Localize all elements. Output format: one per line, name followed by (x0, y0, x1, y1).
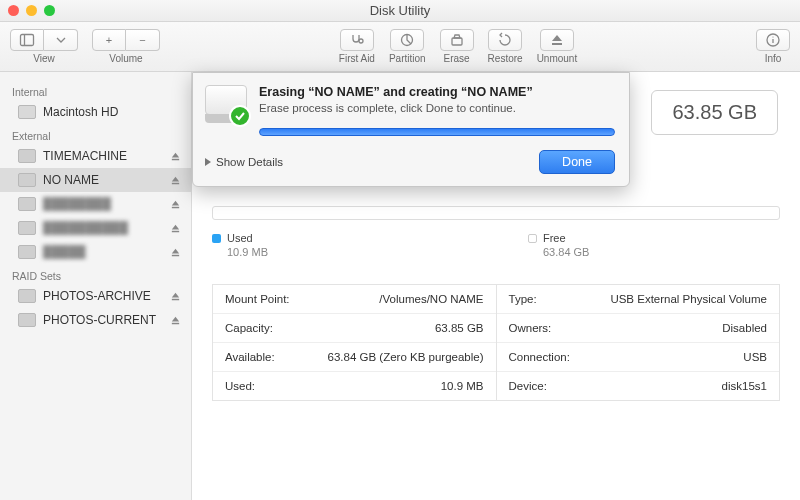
svg-rect-13 (172, 182, 179, 183)
remove-volume-button[interactable]: − (126, 29, 160, 51)
svg-marker-18 (172, 248, 179, 253)
toolbar-label-info: Info (765, 53, 782, 64)
capacity-readout: 63.85 GB (651, 90, 778, 135)
eject-icon (549, 32, 565, 48)
info-row: Used:10.9 MB (213, 372, 496, 400)
free-value: 63.84 GB (528, 246, 589, 258)
used-swatch-icon (212, 234, 221, 243)
external-disk-icon (18, 197, 36, 211)
view-sidebar-button[interactable] (10, 29, 44, 51)
sidebar-item-label: TIMEMACHINE (43, 149, 127, 163)
chevron-down-icon (53, 32, 69, 48)
info-row: Capacity:63.85 GB (213, 314, 496, 343)
svg-marker-10 (172, 152, 179, 157)
svg-rect-11 (172, 158, 179, 159)
eject-button[interactable] (170, 175, 181, 186)
info-row: Device:disk15s1 (497, 372, 780, 400)
sidebar-item-label: ████████ (43, 197, 111, 211)
view-menu-button[interactable] (44, 29, 78, 51)
sidebar-item-redacted[interactable]: ████████ (0, 192, 191, 216)
sidebar-icon (19, 32, 35, 48)
partition-button[interactable] (390, 29, 424, 51)
external-disk-icon (18, 221, 36, 235)
show-details-toggle[interactable]: Show Details (205, 156, 283, 168)
external-disk-icon (18, 245, 36, 259)
close-window-button[interactable] (8, 5, 19, 16)
used-label: Used (227, 232, 253, 244)
sheet-title: Erasing “NO NAME” and creating “NO NAME” (259, 85, 615, 99)
sidebar-item-redacted[interactable]: █████ (0, 240, 191, 264)
sidebar-item-photos-current[interactable]: PHOTOS-CURRENT (0, 308, 191, 332)
info-row: Type:USB External Physical Volume (497, 285, 780, 314)
window-title: Disk Utility (0, 3, 800, 18)
stethoscope-icon (349, 32, 365, 48)
info-row: Connection:USB (497, 343, 780, 372)
svg-rect-6 (552, 43, 562, 45)
sheet-subtitle: Erase process is complete, click Done to… (259, 102, 615, 114)
disclosure-triangle-icon (205, 158, 211, 166)
add-volume-button[interactable]: + (92, 29, 126, 51)
info-button[interactable] (756, 29, 790, 51)
eject-button[interactable] (170, 315, 181, 326)
sidebar-item-no-name[interactable]: NO NAME (0, 168, 191, 192)
sidebar-item-label: PHOTOS-CURRENT (43, 313, 156, 327)
restore-button[interactable] (488, 29, 522, 51)
sidebar-header-raid: RAID Sets (0, 264, 191, 284)
svg-marker-16 (172, 224, 179, 229)
sidebar-item-photos-archive[interactable]: PHOTOS-ARCHIVE (0, 284, 191, 308)
sidebar-item-macintosh-hd[interactable]: Macintosh HD (0, 100, 191, 124)
first-aid-button[interactable] (340, 29, 374, 51)
toolbar-label-restore: Restore (488, 53, 523, 64)
info-row: Available:63.84 GB (Zero KB purgeable) (213, 343, 496, 372)
sidebar: Internal Macintosh HD External TIMEMACHI… (0, 72, 192, 500)
info-row: Mount Point:/Volumes/NO NAME (213, 285, 496, 314)
sidebar-item-redacted[interactable]: ██████████ (0, 216, 191, 240)
svg-marker-22 (172, 316, 179, 321)
plus-icon: + (106, 34, 112, 46)
sidebar-item-label: NO NAME (43, 173, 99, 187)
toolbar: View + − Volume First Aid Partition Eras… (0, 22, 800, 72)
external-disk-icon (18, 173, 36, 187)
progress-bar (259, 128, 615, 136)
toolbar-label-erase: Erase (444, 53, 470, 64)
external-disk-icon (18, 313, 36, 327)
sidebar-item-timemachine[interactable]: TIMEMACHINE (0, 144, 191, 168)
eject-button[interactable] (170, 247, 181, 258)
info-icon (765, 32, 781, 48)
used-value: 10.9 MB (212, 246, 268, 258)
sidebar-header-external: External (0, 124, 191, 144)
eject-button[interactable] (170, 199, 181, 210)
toolbar-label-partition: Partition (389, 53, 426, 64)
erase-icon (449, 32, 465, 48)
eject-button[interactable] (170, 223, 181, 234)
svg-marker-5 (552, 35, 562, 41)
eject-button[interactable] (170, 291, 181, 302)
titlebar: Disk Utility (0, 0, 800, 22)
sidebar-item-label: PHOTOS-ARCHIVE (43, 289, 151, 303)
svg-marker-14 (172, 200, 179, 205)
svg-point-9 (772, 36, 773, 37)
svg-marker-20 (172, 292, 179, 297)
minimize-window-button[interactable] (26, 5, 37, 16)
pie-icon (399, 32, 415, 48)
zoom-window-button[interactable] (44, 5, 55, 16)
internal-disk-icon (18, 105, 36, 119)
done-button[interactable]: Done (539, 150, 615, 174)
toolbar-label-first-aid: First Aid (339, 53, 375, 64)
show-details-label: Show Details (216, 156, 283, 168)
erase-button[interactable] (440, 29, 474, 51)
minus-icon: − (139, 34, 145, 46)
toolbar-label-volume: Volume (109, 53, 142, 64)
sidebar-item-label: ██████████ (43, 221, 128, 235)
toolbar-label-unmount: Unmount (537, 53, 578, 64)
sidebar-item-label: Macintosh HD (43, 105, 118, 119)
erase-complete-sheet: Erasing “NO NAME” and creating “NO NAME”… (192, 72, 630, 187)
disk-with-check-icon (205, 85, 247, 123)
svg-rect-15 (172, 206, 179, 207)
unmount-button[interactable] (540, 29, 574, 51)
sidebar-item-label: █████ (43, 245, 86, 259)
eject-button[interactable] (170, 151, 181, 162)
svg-marker-12 (172, 176, 179, 181)
external-disk-icon (18, 289, 36, 303)
svg-rect-19 (172, 254, 179, 255)
